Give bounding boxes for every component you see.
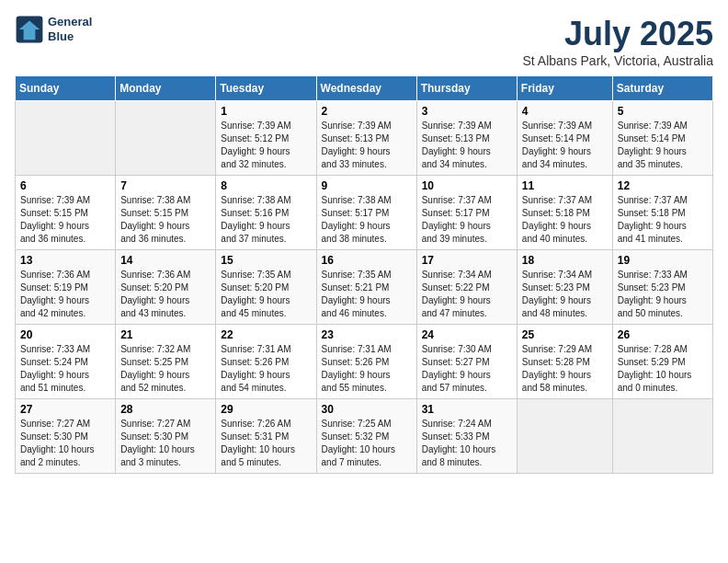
- cell-content: Sunrise: 7:33 AM Sunset: 5:23 PM Dayligh…: [618, 269, 708, 320]
- cell-content: Sunrise: 7:31 AM Sunset: 5:26 PM Dayligh…: [221, 343, 311, 395]
- day-header-tuesday: Tuesday: [216, 76, 316, 101]
- cell-content: Sunrise: 7:31 AM Sunset: 5:26 PM Dayligh…: [322, 343, 412, 395]
- calendar-cell: 11Sunrise: 7:37 AM Sunset: 5:18 PM Dayli…: [517, 176, 612, 250]
- day-header-wednesday: Wednesday: [316, 76, 416, 101]
- calendar-cell: 15Sunrise: 7:35 AM Sunset: 5:20 PM Dayli…: [216, 250, 316, 325]
- day-number: 24: [422, 328, 512, 341]
- calendar-cell: 17Sunrise: 7:34 AM Sunset: 5:22 PM Dayli…: [416, 250, 517, 325]
- calendar-cell: 19Sunrise: 7:33 AM Sunset: 5:23 PM Dayli…: [612, 250, 712, 325]
- page-title: July 2025: [522, 15, 713, 53]
- cell-content: Sunrise: 7:29 AM Sunset: 5:28 PM Dayligh…: [522, 343, 608, 395]
- day-number: 9: [322, 179, 412, 192]
- day-number: 19: [618, 254, 708, 267]
- week-row-5: 27Sunrise: 7:27 AM Sunset: 5:30 PM Dayli…: [16, 399, 713, 474]
- day-number: 23: [322, 328, 412, 341]
- calendar-cell: 23Sunrise: 7:31 AM Sunset: 5:26 PM Dayli…: [316, 325, 416, 399]
- calendar-cell: 27Sunrise: 7:27 AM Sunset: 5:30 PM Dayli…: [16, 399, 116, 474]
- day-header-monday: Monday: [116, 76, 216, 101]
- calendar-cell: 7Sunrise: 7:38 AM Sunset: 5:15 PM Daylig…: [116, 176, 216, 250]
- calendar-body: 1Sunrise: 7:39 AM Sunset: 5:12 PM Daylig…: [16, 101, 713, 474]
- calendar-cell: 8Sunrise: 7:38 AM Sunset: 5:16 PM Daylig…: [216, 176, 316, 250]
- calendar-cell: [116, 101, 216, 176]
- calendar-cell: 21Sunrise: 7:32 AM Sunset: 5:25 PM Dayli…: [116, 325, 216, 399]
- day-number: 7: [120, 179, 210, 192]
- calendar-cell: 12Sunrise: 7:37 AM Sunset: 5:18 PM Dayli…: [612, 176, 712, 250]
- logo-text: General Blue: [48, 15, 92, 43]
- calendar-cell: 10Sunrise: 7:37 AM Sunset: 5:17 PM Dayli…: [416, 176, 517, 250]
- day-number: 6: [20, 179, 110, 192]
- cell-content: Sunrise: 7:36 AM Sunset: 5:19 PM Dayligh…: [20, 269, 110, 320]
- day-number: 28: [120, 403, 210, 416]
- day-header-sunday: Sunday: [16, 76, 116, 101]
- day-number: 25: [522, 328, 608, 341]
- calendar-cell: [612, 399, 712, 474]
- day-number: 29: [221, 403, 311, 416]
- calendar-cell: 13Sunrise: 7:36 AM Sunset: 5:19 PM Dayli…: [16, 250, 116, 325]
- day-header-saturday: Saturday: [612, 76, 712, 101]
- cell-content: Sunrise: 7:33 AM Sunset: 5:24 PM Dayligh…: [20, 343, 110, 395]
- calendar-cell: 30Sunrise: 7:25 AM Sunset: 5:32 PM Dayli…: [316, 399, 416, 474]
- cell-content: Sunrise: 7:26 AM Sunset: 5:31 PM Dayligh…: [221, 418, 311, 469]
- cell-content: Sunrise: 7:39 AM Sunset: 5:13 PM Dayligh…: [322, 120, 412, 171]
- day-number: 26: [618, 328, 708, 341]
- calendar-cell: 24Sunrise: 7:30 AM Sunset: 5:27 PM Dayli…: [416, 325, 517, 399]
- calendar-table: SundayMondayTuesdayWednesdayThursdayFrid…: [15, 75, 713, 474]
- day-number: 4: [522, 105, 608, 118]
- logo: General Blue: [15, 15, 92, 44]
- calendar-cell: 5Sunrise: 7:39 AM Sunset: 5:14 PM Daylig…: [612, 101, 712, 176]
- calendar-cell: 18Sunrise: 7:34 AM Sunset: 5:23 PM Dayli…: [517, 250, 612, 325]
- day-number: 16: [322, 254, 412, 267]
- day-number: 21: [120, 328, 210, 341]
- cell-content: Sunrise: 7:32 AM Sunset: 5:25 PM Dayligh…: [120, 343, 210, 395]
- day-header-friday: Friday: [517, 76, 612, 101]
- calendar-cell: 20Sunrise: 7:33 AM Sunset: 5:24 PM Dayli…: [16, 325, 116, 399]
- cell-content: Sunrise: 7:38 AM Sunset: 5:16 PM Dayligh…: [221, 194, 311, 246]
- cell-content: Sunrise: 7:37 AM Sunset: 5:18 PM Dayligh…: [618, 194, 708, 246]
- calendar-cell: 31Sunrise: 7:24 AM Sunset: 5:33 PM Dayli…: [416, 399, 517, 474]
- calendar-header-row: SundayMondayTuesdayWednesdayThursdayFrid…: [16, 76, 713, 101]
- calendar-cell: 2Sunrise: 7:39 AM Sunset: 5:13 PM Daylig…: [316, 101, 416, 176]
- cell-content: Sunrise: 7:35 AM Sunset: 5:20 PM Dayligh…: [221, 269, 311, 320]
- calendar-cell: 29Sunrise: 7:26 AM Sunset: 5:31 PM Dayli…: [216, 399, 316, 474]
- cell-content: Sunrise: 7:27 AM Sunset: 5:30 PM Dayligh…: [120, 418, 210, 469]
- calendar-cell: 28Sunrise: 7:27 AM Sunset: 5:30 PM Dayli…: [116, 399, 216, 474]
- cell-content: Sunrise: 7:34 AM Sunset: 5:22 PM Dayligh…: [422, 269, 512, 320]
- calendar-cell: 1Sunrise: 7:39 AM Sunset: 5:12 PM Daylig…: [216, 101, 316, 176]
- day-number: 5: [618, 105, 708, 118]
- calendar-cell: 9Sunrise: 7:38 AM Sunset: 5:17 PM Daylig…: [316, 176, 416, 250]
- week-row-2: 6Sunrise: 7:39 AM Sunset: 5:15 PM Daylig…: [16, 176, 713, 250]
- calendar-cell: 14Sunrise: 7:36 AM Sunset: 5:20 PM Dayli…: [116, 250, 216, 325]
- cell-content: Sunrise: 7:28 AM Sunset: 5:29 PM Dayligh…: [618, 343, 708, 395]
- cell-content: Sunrise: 7:35 AM Sunset: 5:21 PM Dayligh…: [322, 269, 412, 320]
- cell-content: Sunrise: 7:38 AM Sunset: 5:17 PM Dayligh…: [322, 194, 412, 246]
- week-row-1: 1Sunrise: 7:39 AM Sunset: 5:12 PM Daylig…: [16, 101, 713, 176]
- day-number: 17: [422, 254, 512, 267]
- page-subtitle: St Albans Park, Victoria, Australia: [522, 53, 713, 68]
- calendar-cell: 6Sunrise: 7:39 AM Sunset: 5:15 PM Daylig…: [16, 176, 116, 250]
- day-number: 22: [221, 328, 311, 341]
- calendar-cell: 16Sunrise: 7:35 AM Sunset: 5:21 PM Dayli…: [316, 250, 416, 325]
- week-row-4: 20Sunrise: 7:33 AM Sunset: 5:24 PM Dayli…: [16, 325, 713, 399]
- calendar-cell: 4Sunrise: 7:39 AM Sunset: 5:14 PM Daylig…: [517, 101, 612, 176]
- logo-icon: [15, 15, 44, 44]
- day-header-thursday: Thursday: [416, 76, 517, 101]
- day-number: 20: [20, 328, 110, 341]
- calendar-cell: 25Sunrise: 7:29 AM Sunset: 5:28 PM Dayli…: [517, 325, 612, 399]
- day-number: 12: [618, 179, 708, 192]
- calendar-cell: [16, 101, 116, 176]
- day-number: 10: [422, 179, 512, 192]
- title-area: July 2025 St Albans Park, Victoria, Aust…: [522, 15, 713, 68]
- day-number: 27: [20, 403, 110, 416]
- day-number: 15: [221, 254, 311, 267]
- day-number: 18: [522, 254, 608, 267]
- cell-content: Sunrise: 7:37 AM Sunset: 5:18 PM Dayligh…: [522, 194, 608, 246]
- cell-content: Sunrise: 7:24 AM Sunset: 5:33 PM Dayligh…: [422, 418, 512, 469]
- page-header: General Blue July 2025 St Albans Park, V…: [15, 15, 713, 68]
- cell-content: Sunrise: 7:36 AM Sunset: 5:20 PM Dayligh…: [120, 269, 210, 320]
- day-number: 11: [522, 179, 608, 192]
- cell-content: Sunrise: 7:39 AM Sunset: 5:12 PM Dayligh…: [221, 120, 311, 171]
- day-number: 30: [322, 403, 412, 416]
- cell-content: Sunrise: 7:25 AM Sunset: 5:32 PM Dayligh…: [322, 418, 412, 469]
- calendar-cell: 26Sunrise: 7:28 AM Sunset: 5:29 PM Dayli…: [612, 325, 712, 399]
- calendar-cell: 22Sunrise: 7:31 AM Sunset: 5:26 PM Dayli…: [216, 325, 316, 399]
